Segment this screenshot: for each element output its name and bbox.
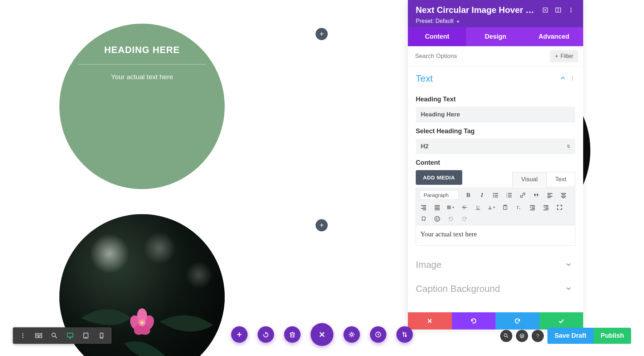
tab-content[interactable]: Content [408, 27, 466, 46]
special-char-icon[interactable]: Ω [420, 215, 428, 223]
power-button[interactable] [258, 326, 274, 343]
svg-rect-84 [35, 336, 38, 338]
circle-divider [78, 64, 206, 64]
svg-point-94 [101, 337, 102, 337]
svg-rect-36 [547, 197, 551, 198]
link-icon[interactable] [519, 191, 527, 199]
settings-button[interactable] [343, 326, 360, 343]
svg-rect-32 [508, 197, 512, 197]
expand-icon[interactable] [541, 6, 550, 14]
editor-toolbar: Paragraph B I 123 [416, 188, 575, 225]
search-page-icon[interactable] [500, 330, 512, 342]
save-draft-button[interactable]: Save Draft [547, 328, 594, 344]
snap-icon[interactable] [554, 6, 562, 14]
svg-point-18 [572, 76, 573, 77]
caret-down-icon: ▼ [456, 20, 460, 24]
footer-close-button[interactable] [408, 312, 452, 329]
circle-module-green[interactable]: HEADING HERE Your actual text here [59, 24, 225, 189]
svg-rect-61 [504, 205, 506, 206]
tab-design[interactable]: Design [466, 27, 525, 46]
indent-icon[interactable] [542, 203, 550, 211]
editor-content[interactable]: Your actual text here [416, 225, 575, 246]
svg-point-16 [570, 9, 571, 10]
add-button[interactable] [231, 326, 248, 343]
underline-icon[interactable]: U [474, 203, 482, 211]
paragraph-select[interactable]: Paragraph [420, 190, 459, 200]
align-center-icon[interactable] [560, 191, 567, 199]
svg-point-86 [52, 333, 55, 337]
heading-text-label: Heading Text [416, 96, 575, 103]
panel-footer [408, 312, 583, 329]
svg-point-80 [23, 333, 24, 335]
footer-save-button[interactable] [540, 312, 584, 329]
outdent-icon[interactable] [528, 203, 536, 211]
svg-point-3 [185, 261, 213, 289]
svg-line-111 [507, 336, 508, 338]
svg-point-2 [143, 232, 176, 264]
trash-button[interactable] [284, 326, 301, 343]
svg-point-21 [493, 193, 494, 194]
svg-point-23 [493, 194, 494, 196]
section-captionbg-header[interactable]: Caption Background [408, 277, 583, 301]
tab-advanced[interactable]: Advanced [525, 27, 583, 46]
align-right-icon[interactable] [420, 203, 428, 211]
editor-tab-visual[interactable]: Visual [512, 172, 547, 187]
filter-button[interactable]: + Filter [550, 50, 578, 62]
redo-icon[interactable] [460, 215, 468, 223]
svg-rect-44 [423, 210, 426, 210]
history-button[interactable] [370, 326, 386, 343]
table-icon[interactable]: ▼ [447, 203, 455, 211]
menu-kebab-icon[interactable] [16, 329, 30, 342]
svg-point-110 [504, 334, 507, 337]
italic-icon[interactable]: I [478, 191, 486, 199]
svg-rect-48 [435, 210, 440, 210]
svg-rect-83 [35, 333, 42, 335]
text-color-icon[interactable]: A ▼ [488, 203, 496, 211]
phone-view-icon[interactable] [94, 329, 109, 342]
align-justify-icon[interactable] [433, 203, 441, 211]
fullscreen-icon[interactable] [556, 203, 564, 211]
svg-rect-49 [447, 206, 450, 209]
editor-tab-text[interactable]: Text [547, 172, 575, 187]
bold-icon[interactable]: B [464, 191, 472, 199]
add-media-button[interactable]: ADD MEDIA [416, 170, 462, 185]
preset-selector[interactable]: Preset: Default ▼ [416, 18, 575, 24]
section-image-header[interactable]: Image [408, 253, 583, 277]
section-kebab-icon[interactable] [570, 75, 575, 82]
paste-icon[interactable]: T [501, 203, 509, 211]
clear-format-icon[interactable]: T× [515, 203, 523, 211]
section-text-header[interactable]: Text [408, 67, 583, 91]
heading-tag-select[interactable]: H2 [416, 139, 575, 154]
content-label: Content [416, 159, 575, 167]
add-section-button-2[interactable]: + [316, 219, 328, 231]
svg-rect-34 [547, 194, 551, 195]
strikethrough-icon[interactable]: S [460, 203, 468, 211]
zoom-icon[interactable] [47, 329, 62, 342]
panel-title: Next Circular Image Hover S… [416, 5, 537, 15]
bullet-list-icon[interactable] [492, 191, 499, 199]
footer-redo-button[interactable] [496, 312, 540, 329]
desktop-view-icon[interactable] [63, 329, 77, 342]
add-section-button-1[interactable]: + [316, 28, 328, 40]
svg-point-106 [351, 333, 353, 336]
import-export-button[interactable] [396, 326, 413, 343]
emoji-icon[interactable] [433, 215, 441, 223]
undo-icon[interactable] [447, 215, 455, 223]
layers-icon[interactable] [516, 330, 528, 342]
publish-button[interactable]: Publish [594, 328, 631, 344]
publish-toolbar: ? Save Draft Publish [500, 328, 631, 344]
filter-label: Filter [560, 53, 573, 59]
section-captionbg-title: Caption Background [416, 283, 565, 294]
align-left-icon[interactable] [546, 191, 554, 199]
tablet-view-icon[interactable] [79, 329, 93, 342]
search-input[interactable] [413, 50, 546, 63]
help-icon[interactable]: ? [532, 330, 544, 342]
close-builder-button[interactable] [311, 323, 333, 346]
wireframe-icon[interactable] [31, 329, 46, 342]
heading-text-input[interactable] [416, 107, 575, 122]
footer-undo-button[interactable] [452, 312, 496, 329]
svg-point-17 [570, 11, 571, 12]
kebab-icon[interactable] [567, 6, 575, 14]
numbered-list-icon[interactable]: 123 [505, 191, 513, 199]
quote-icon[interactable] [532, 191, 540, 199]
